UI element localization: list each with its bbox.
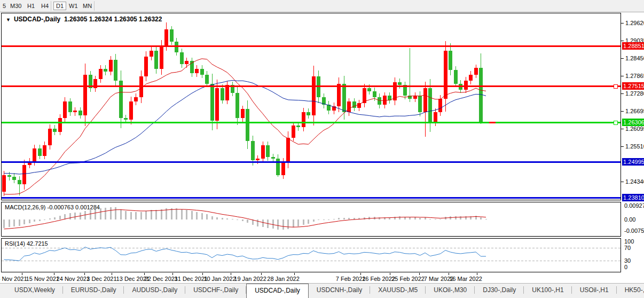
chart-title: ▼USDCAD-,Daily 1.26305 1.26324 1.26305 1…: [6, 15, 162, 23]
chart-tab-audusd-[interactable]: AUDUSD-,Daily: [124, 284, 185, 298]
symbol-name: USDCAD-,Daily: [14, 15, 60, 23]
chart-tabs-bar: USDX,WeeklyEURUSD-,DailyAUDUSD-,DailyUSD…: [0, 283, 644, 298]
rsi-label: RSI(14) 42.7215: [5, 240, 48, 247]
price-tick: [621, 182, 624, 182]
date-tick: [477, 273, 477, 275]
rsi-axis-label: 100: [624, 238, 634, 245]
macd-label: MACD(12,26,9) -0.000763 0.001284: [5, 204, 100, 210]
chart-tab-xauusd-[interactable]: XAUUSD-,M5: [370, 284, 426, 298]
date-tick: [84, 273, 85, 275]
price-level-badge: 1.24995: [622, 158, 644, 166]
macd-axis-label: -0.007504: [624, 228, 644, 234]
timeframe-button-5[interactable]: 5: [1, 2, 7, 10]
price-chart-panel[interactable]: ▼USDCAD-,Daily 1.26305 1.26324 1.26305 1…: [1, 13, 621, 200]
timeframe-button-m30[interactable]: M30: [9, 2, 23, 10]
date-tick-label: 10 Jan 2022: [203, 276, 236, 282]
price-axis[interactable]: 1.296201.290351.284501.278651.272801.266…: [622, 13, 644, 273]
price-level-badge: 1.28851: [622, 42, 644, 50]
rsi-panel[interactable]: RSI(14) 42.7215: [1, 238, 621, 272]
price-tick-label: 1.26095: [625, 126, 644, 132]
chart-tab-eurusd-[interactable]: EURUSD-,Daily: [63, 284, 124, 298]
timeframe-toolbar: 5M30H1H4D1W1MN: [0, 0, 644, 12]
chart-tab-usoil-[interactable]: USOil-,H1: [572, 284, 617, 298]
price-tick: [621, 23, 624, 23]
symbol-dropdown-icon[interactable]: ▼: [6, 17, 11, 22]
date-tick: [172, 273, 173, 275]
price-tick-label: 1.29620: [625, 20, 644, 26]
date-tick: [231, 273, 231, 275]
price-level-badge: 1.27515: [622, 82, 644, 90]
date-tick-label: 25 Feb 2022: [391, 276, 425, 282]
date-tick: [294, 273, 295, 275]
date-tick-label: 16 Feb 2022: [362, 276, 395, 282]
price-tick: [621, 58, 624, 59]
toolbar-separator: [51, 1, 51, 11]
date-tick-label: 5 Nov 2021: [0, 276, 27, 282]
price-tick-label: 1.24340: [625, 178, 644, 185]
date-tick-label: 31 Dec 2021: [175, 276, 208, 282]
date-tick: [22, 273, 22, 275]
price-tick-label: 1.28450: [625, 55, 644, 61]
price-tick: [621, 41, 624, 41]
quote-ohlc: 1.26305 1.26324 1.26305 1.26322: [64, 15, 162, 23]
macd-axis-label: 0.009278: [624, 202, 644, 209]
date-tick: [449, 273, 449, 275]
rsi-chart[interactable]: [2, 239, 621, 272]
chart-tab-usdcnh-[interactable]: USDCNH-,Daily: [309, 284, 370, 298]
timeframe-button-d1[interactable]: D1: [53, 2, 66, 10]
date-tick-label: 15 Nov 2021: [26, 276, 59, 282]
date-tick-label: 24 Nov 2021: [57, 276, 90, 282]
rsi-indicator-name: RSI(14): [5, 240, 25, 247]
date-tick: [261, 273, 262, 275]
rsi-axis-label: 30: [624, 257, 631, 264]
timeframe-button-w1[interactable]: W1: [67, 2, 80, 10]
date-tick: [144, 273, 145, 275]
chart-tab-uk100-[interactable]: UK100-,H1: [524, 284, 571, 298]
date-tick: [54, 273, 54, 275]
date-tick: [202, 273, 203, 275]
date-tick-label: 16 Mar 2022: [449, 276, 482, 282]
macd-panel[interactable]: MACD(12,26,9) -0.000763 0.001284: [1, 202, 621, 237]
chart-tab-hk50-[interactable]: HK50-,Daily: [617, 284, 644, 298]
chart-tab-usdcad-[interactable]: USDCAD-,Daily: [246, 284, 309, 298]
macd-indicator-values: -0.000763 0.001284: [47, 204, 99, 210]
date-tick-label: 7 Feb 2022: [336, 276, 366, 282]
price-tick: [621, 93, 624, 94]
chart-tab-usdx[interactable]: USDX,Weekly: [6, 284, 63, 298]
timeframe-button-mn[interactable]: MN: [81, 2, 93, 10]
chart-tab-ukoil-[interactable]: UKOil-,M30: [426, 284, 475, 298]
timeframe-button-h1[interactable]: H1: [26, 2, 36, 10]
price-tick-label: 1.25510: [625, 143, 644, 150]
date-tick: [360, 273, 361, 275]
date-tick: [419, 273, 420, 275]
price-tick: [621, 111, 624, 112]
date-tick-label: 28 Jan 2022: [267, 276, 300, 282]
date-tick: [390, 273, 390, 275]
macd-axis-label: 0.00: [624, 216, 635, 223]
rsi-axis-label: 0: [624, 264, 627, 270]
price-tick-label: 1.27865: [625, 73, 644, 79]
rsi-axis-label: 70: [624, 245, 631, 251]
chart-tab-dj30-[interactable]: DJ30-,Daily: [475, 284, 524, 298]
rsi-indicator-value: 42.7215: [27, 240, 48, 247]
chart-tab-usdchf-[interactable]: USDCHF-,Daily: [185, 284, 246, 298]
date-tick: [112, 273, 112, 275]
price-level-badge: 1.26306: [622, 119, 644, 126]
date-axis[interactable]: 5 Nov 202115 Nov 202124 Nov 20213 Dec 20…: [1, 273, 621, 283]
timeframe-button-h4[interactable]: H4: [40, 2, 50, 10]
date-tick-label: 19 Jan 2022: [234, 276, 266, 282]
price-level-badge: 1.23810: [622, 194, 644, 201]
toolbar-separator: [94, 1, 95, 11]
price-tick: [621, 146, 624, 147]
date-tick-label: 22 Dec 2021: [145, 276, 178, 282]
date-tick-label: 3 Dec 2021: [87, 276, 116, 282]
candlestick-chart[interactable]: [2, 13, 621, 200]
price-tick: [621, 129, 624, 129]
price-tick: [621, 76, 624, 76]
price-tick-label: 1.27280: [625, 90, 644, 97]
macd-indicator-name: MACD(12,26,9): [5, 204, 45, 210]
price-tick-label: 1.26695: [625, 108, 644, 114]
